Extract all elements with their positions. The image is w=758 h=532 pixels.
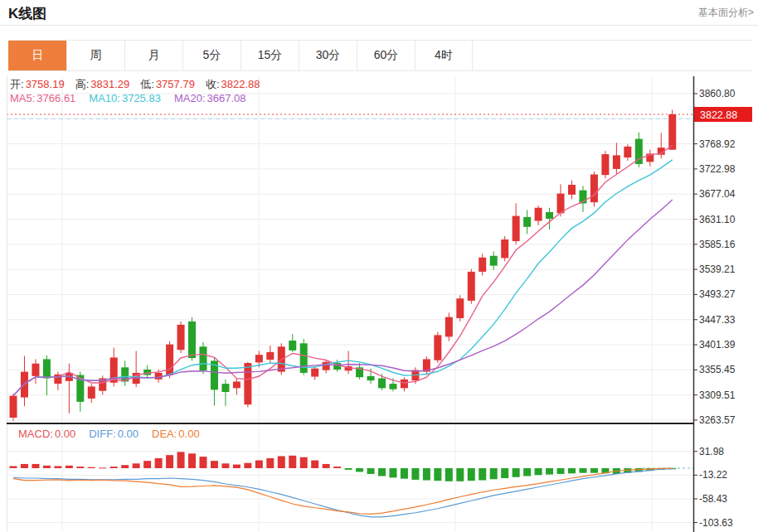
- svg-text:3447.33: 3447.33: [699, 314, 736, 326]
- svg-text:-13.22: -13.22: [699, 469, 727, 481]
- grid-layer: [7, 76, 693, 531]
- close-label: 收:: [206, 78, 220, 90]
- y-axis-labels: 3860.803814.863768.923722.983677.043631.…: [693, 88, 736, 426]
- open-value: 3758.19: [26, 78, 65, 90]
- dea-value: 0.00: [178, 428, 199, 440]
- ma5-value: 3766.61: [36, 92, 75, 104]
- svg-text:3263.57: 3263.57: [699, 414, 736, 426]
- high-label: 高:: [75, 78, 90, 90]
- macd-label: MACD:: [18, 428, 53, 440]
- svg-text:3401.39: 3401.39: [699, 339, 736, 351]
- svg-text:3768.92: 3768.92: [699, 138, 736, 150]
- svg-text:3722.98: 3722.98: [699, 163, 736, 175]
- ma10-value: 3725.83: [122, 92, 161, 104]
- ohlc-readout: 开:3758.19高:3831.29低:3757.79收:3822.88: [10, 77, 271, 92]
- high-value: 3831.29: [90, 78, 129, 90]
- diff-line: [13, 469, 673, 517]
- candles-layer: [10, 109, 677, 421]
- svg-text:3822.88: 3822.88: [700, 109, 737, 121]
- svg-text:3539.21: 3539.21: [699, 264, 736, 275]
- ma5-label: MA5:: [10, 92, 35, 104]
- low-value: 3757.79: [156, 78, 195, 90]
- macd-readout: MACD:0.00DIFF:0.00DEA:0.00: [18, 428, 213, 440]
- svg-text:3677.04: 3677.04: [699, 188, 736, 200]
- axes: [7, 76, 694, 532]
- diff-label: DIFF:: [89, 428, 116, 440]
- svg-text:3309.51: 3309.51: [699, 389, 736, 401]
- svg-text:3355.45: 3355.45: [699, 364, 736, 375]
- diff-value: 0.00: [118, 428, 138, 440]
- svg-text:-58.43: -58.43: [699, 493, 727, 505]
- open-label: 开:: [10, 78, 24, 90]
- kline-widget: K线图 基本面分析> 日周月5分15分30分60分4时 3860.803814.…: [0, 0, 758, 532]
- svg-text:3860.80: 3860.80: [699, 88, 736, 99]
- svg-text:3493.27: 3493.27: [699, 288, 736, 300]
- macd-histogram: [10, 452, 694, 481]
- macd-value: 0.00: [55, 428, 75, 440]
- ma-readout: MA5:3766.61MA10:3725.83MA20:3667.08: [10, 92, 260, 104]
- svg-text:3631.10: 3631.10: [699, 214, 736, 225]
- svg-text:31.98: 31.98: [699, 446, 724, 457]
- dea-label: DEA:: [152, 428, 177, 440]
- ma20-value: 3667.08: [207, 92, 246, 104]
- svg-text:3585.16: 3585.16: [699, 239, 736, 250]
- ma20-label: MA20:: [174, 92, 206, 104]
- close-value: 3822.88: [221, 78, 260, 90]
- reference-lines: [7, 114, 693, 118]
- ma10-label: MA10:: [89, 92, 120, 104]
- svg-text:-103.63: -103.63: [699, 517, 733, 529]
- macd-axis-labels: 31.98-13.22-58.43-103.63: [693, 446, 733, 529]
- low-label: 低:: [140, 78, 154, 90]
- current-price-badge: 3822.88: [694, 107, 752, 122]
